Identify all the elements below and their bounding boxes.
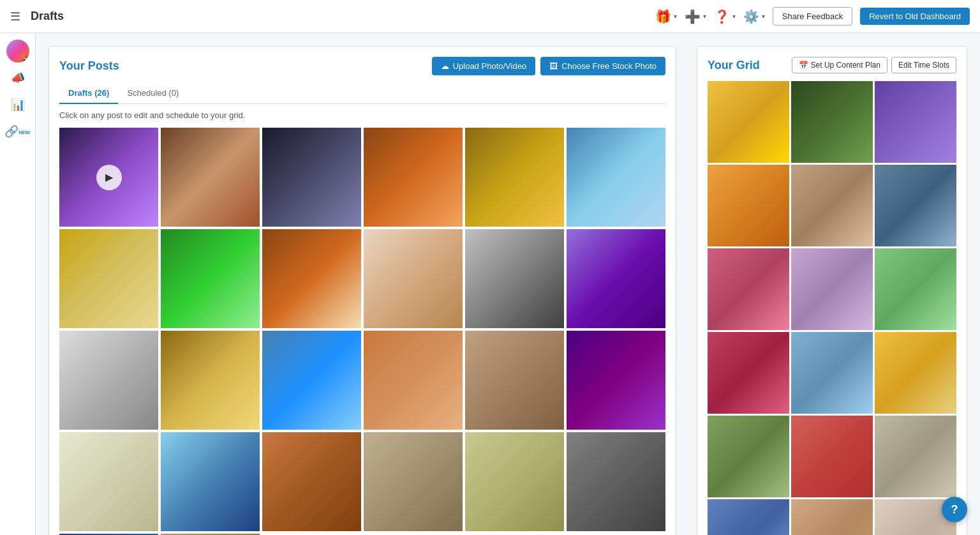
revert-dashboard-button[interactable]: Revert to Old Dashboard [860,8,970,25]
hamburger-icon[interactable]: ☰ [10,10,20,24]
new-badge: NEW! [19,130,31,135]
upload-button[interactable]: ☁ Upload Photo/Video [432,57,535,75]
photo-cell[interactable] [465,229,564,328]
grid-cell[interactable] [708,499,789,535]
panel-actions: ☁ Upload Photo/Video 🖼 Choose Free Stock… [432,57,665,75]
grid-cell[interactable] [791,81,873,163]
photo-cell[interactable] [364,432,463,531]
settings-icon-btn[interactable]: ⚙️ ▾ [743,9,765,24]
photo-cell[interactable] [567,128,665,227]
link-icon: 🔗 [4,124,19,139]
photo-cell[interactable]: ▶ [59,128,158,227]
photo-cell[interactable] [59,331,158,430]
photo-cell[interactable] [59,229,158,328]
grid-cell[interactable] [875,165,956,246]
grid-cell[interactable] [875,332,956,414]
grid-panel-title: Your Grid [708,59,760,72]
photo-cell[interactable] [161,331,260,430]
page-title: Drafts [31,10,64,23]
grid-cell[interactable] [791,416,873,497]
image-icon: 🖼 [549,61,558,71]
grid-cell[interactable] [708,416,789,497]
grid-cell[interactable] [708,332,789,414]
plus-icon-btn[interactable]: ➕ ▾ [685,9,706,24]
top-nav: ☰ Drafts 🎁 ▾ ➕ ▾ ❓ ▾ ⚙️ ▾ Share Feedback… [0,0,980,33]
gift-caret: ▾ [674,13,677,20]
plus-icon: ➕ [685,9,701,24]
posts-panel-title: Your Posts [59,59,119,73]
settings-icon: ⚙️ [743,9,759,24]
photo-cell[interactable] [465,331,564,430]
grid-section: Your Grid 📅 Set Up Content Plan Edit Tim… [687,46,967,535]
sidebar-item-megaphone[interactable]: 📣 [6,66,29,89]
tab-drafts[interactable]: Drafts (26) [59,83,118,104]
photo-cell[interactable] [262,229,361,328]
grid-panel-actions: 📅 Set Up Content Plan Edit Time Slots [792,57,956,73]
stock-photo-button[interactable]: 🖼 Choose Free Stock Photo [540,57,665,75]
photo-cell[interactable] [465,432,564,531]
photo-cell[interactable] [567,432,665,531]
sidebar-item-analytics[interactable]: 📊 [6,93,29,116]
photo-cell[interactable] [567,229,665,328]
instagram-badge: 📷 [22,55,29,63]
sidebar: 📷 📣 📊 🔗 NEW! [0,33,36,535]
settings-caret: ▾ [762,13,765,20]
content-plan-button[interactable]: 📅 Set Up Content Plan [792,57,887,73]
grid-cell[interactable] [791,499,873,535]
photo-cell[interactable] [59,432,158,531]
photo-cell[interactable] [161,229,260,328]
help-icon: ❓ [714,9,730,24]
photo-cell[interactable] [364,128,463,227]
upload-icon: ☁ [441,61,449,71]
play-icon: ▶ [96,165,122,190]
grid-cell[interactable] [708,81,789,163]
grid-photos [708,81,956,535]
grid-cell[interactable] [875,81,956,163]
grid-panel: Your Grid 📅 Set Up Content Plan Edit Tim… [697,46,967,535]
grid-cell[interactable] [875,416,956,497]
grid-cell[interactable] [708,248,789,330]
photo-cell[interactable] [161,432,260,531]
gift-icon: 🎁 [655,9,671,24]
sidebar-item-link[interactable]: 🔗 NEW! [6,120,29,143]
grid-panel-header: Your Grid 📅 Set Up Content Plan Edit Tim… [708,57,956,73]
help-bubble[interactable]: ? [942,497,967,522]
photo-cell[interactable] [262,128,361,227]
avatar[interactable]: 📷 [6,40,29,63]
tabs: Drafts (26) Scheduled (0) [59,83,665,104]
help-caret: ▾ [732,13,736,20]
photo-cell[interactable] [364,331,463,430]
posts-panel: Your Posts ☁ Upload Photo/Video 🖼 Choose… [48,46,676,535]
help-icon-btn[interactable]: ❓ ▾ [714,9,736,24]
grid-cell[interactable] [791,165,873,246]
main-content: Your Posts ☁ Upload Photo/Video 🖼 Choose… [36,33,980,535]
grid-cell[interactable] [875,248,956,330]
calendar-icon: 📅 [799,61,808,70]
grid-cell[interactable] [791,248,873,330]
main-layout: 📷 📣 📊 🔗 NEW! Your Posts ☁ [0,33,980,535]
top-nav-left: ☰ Drafts [10,10,64,24]
photo-cell[interactable] [161,128,260,227]
photo-cell[interactable] [364,229,463,328]
megaphone-icon: 📣 [11,71,25,85]
photo-grid: ▶ [59,128,665,535]
instruction-text: Click on any post to edit and schedule t… [59,110,665,120]
photo-cell[interactable] [567,331,665,430]
plus-caret: ▾ [703,13,706,20]
posts-section: Your Posts ☁ Upload Photo/Video 🖼 Choose… [48,46,676,535]
grid-cell[interactable] [791,332,873,414]
photo-cell[interactable] [262,432,361,531]
analytics-icon: 📊 [11,98,25,112]
photo-cell[interactable] [465,128,564,227]
share-feedback-button[interactable]: Share Feedback [773,7,852,26]
tab-scheduled[interactable]: Scheduled (0) [118,83,188,104]
panel-header: Your Posts ☁ Upload Photo/Video 🖼 Choose… [59,57,665,75]
photo-cell[interactable] [262,331,361,430]
grid-cell[interactable] [708,165,789,246]
top-nav-right: 🎁 ▾ ➕ ▾ ❓ ▾ ⚙️ ▾ Share Feedback Revert t… [655,7,970,26]
time-slots-button[interactable]: Edit Time Slots [891,57,956,73]
gift-icon-btn[interactable]: 🎁 ▾ [655,9,677,24]
